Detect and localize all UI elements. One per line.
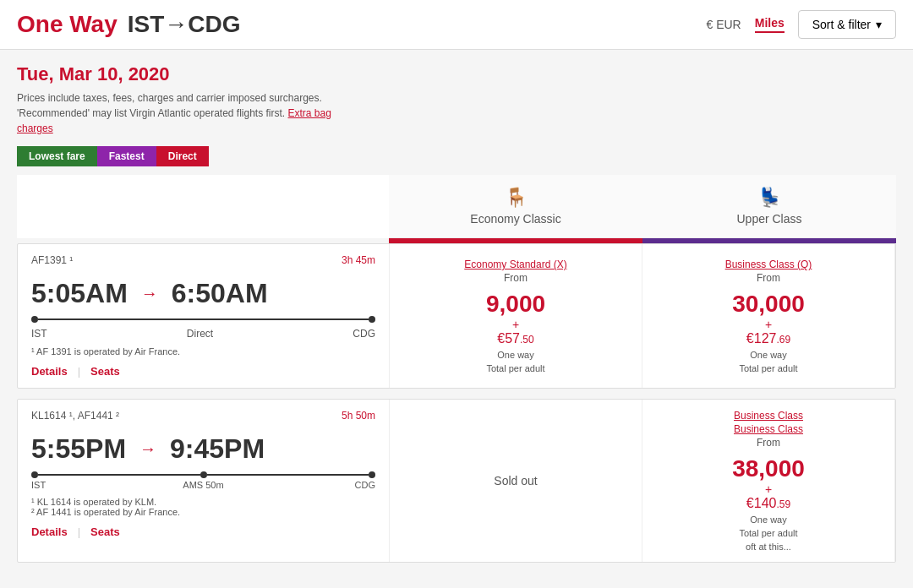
upper-class-column-header: 💺 Upper Class — [642, 175, 896, 238]
flight-2-business-note2: Total per adult — [739, 528, 797, 538]
flight-2-arrive: 9:45PM — [170, 433, 265, 465]
header-right: € EUR Miles Sort & filter ▾ — [707, 10, 897, 39]
flight-1-links: Details | Seats — [31, 365, 375, 378]
flight-2-duration: 5h 50m — [342, 410, 375, 427]
flight-2-times: 5:55PM → 9:45PM — [31, 433, 375, 465]
route-mid-dot — [200, 471, 207, 478]
flight-2-number: KL1614 ¹, AF1441 ² — [31, 410, 119, 422]
flight-1-times: 5:05AM → 6:50AM — [31, 278, 375, 309]
disclaimer-text: Prices include taxes, fees, charges and … — [17, 90, 338, 136]
economy-class-label: Economy Classic — [397, 212, 634, 226]
route-label: IST→CDG — [128, 11, 241, 38]
flight-1-number: AF1391 ¹ — [31, 254, 73, 266]
route-dot-end — [369, 316, 375, 323]
flight-2-business-class-link-1[interactable]: Business Class — [734, 410, 803, 422]
flight-1-arrive: 6:50AM — [172, 278, 268, 309]
flight-2-economy-sold-out: Sold out — [390, 400, 642, 562]
flight-1-business-price: Business Class (Q) From 30,000 + €127.69… — [642, 244, 895, 388]
flight-1-economy-price: Economy Standard (X) From 9,000 + €57.50… — [390, 244, 642, 388]
chevron-down-icon: ▾ — [876, 18, 882, 31]
column-headers-row: 🪑 Economy Classic 💺 Upper Class — [17, 175, 896, 238]
filter-tabs: Lowest fare Fastest Direct — [17, 146, 254, 166]
flight-1-details-link[interactable]: Details — [31, 365, 68, 378]
flight-1-economy-from: From — [504, 272, 528, 284]
flight-2-depart: 5:55PM — [31, 433, 126, 465]
flight-1-business-note2: Total per adult — [739, 363, 797, 373]
flight-1-business-class-link[interactable]: Business Class (Q) — [725, 259, 812, 270]
flight-2-destination: CDG — [355, 480, 375, 490]
flight-2-route-labels: IST AMS 50m CDG — [31, 480, 375, 490]
upper-class-label: Upper Class — [651, 212, 888, 226]
flight-1-origin: IST — [31, 328, 47, 340]
currency-miles[interactable]: Miles — [755, 16, 785, 33]
page-title: One Way — [17, 11, 118, 38]
currency-eur[interactable]: € EUR — [707, 18, 741, 31]
main-content: Tue, Mar 10, 2020 Prices include taxes, … — [0, 50, 913, 586]
sold-out-label: Sold out — [494, 474, 537, 487]
flight-1-duration: 3h 45m — [342, 254, 375, 271]
upper-class-icon: 💺 — [651, 187, 888, 209]
flight-1-business-note1: One way — [750, 350, 786, 360]
flight-1-info: AF1391 ¹ 3h 45m 5:05AM → 6:50AM IST Dire… — [18, 244, 390, 388]
filter-tab-direct[interactable]: Direct — [156, 146, 209, 166]
date-section: Tue, Mar 10, 2020 Prices include taxes, … — [17, 63, 896, 136]
flight-1-depart: 5:05AM — [31, 278, 128, 309]
flight-2-stop-label: AMS 50m — [183, 480, 223, 490]
flight-1-business-miles: 30,000 — [732, 291, 805, 318]
business-color-bar — [642, 238, 896, 243]
flight-1-route-labels: IST Direct CDG — [31, 328, 375, 340]
flight-row-1: AF1391 ¹ 3h 45m 5:05AM → 6:50AM IST Dire… — [17, 243, 896, 389]
flight-1-economy-class-link[interactable]: Economy Standard (X) — [464, 259, 566, 270]
flight-1-stop: Direct — [187, 328, 213, 340]
arrow-icon: → — [141, 284, 158, 303]
flight-2-business-eur: €140.59 — [746, 496, 790, 511]
route-seg-1 — [38, 474, 200, 476]
sort-filter-label: Sort & filter — [812, 18, 871, 31]
route-dot-end-2 — [369, 471, 375, 478]
date-title: Tue, Mar 10, 2020 — [17, 63, 896, 85]
flight-1-route-line — [31, 316, 375, 323]
flight-2-route-line — [31, 471, 375, 478]
empty-header-cell — [17, 175, 389, 238]
flight-2-business-price: Business Class Business Class From 38,00… — [642, 400, 895, 562]
route-seg-2 — [207, 474, 369, 476]
flight-2-business-class-link-2[interactable]: Business Class — [734, 423, 803, 435]
arrow-icon-2: → — [139, 439, 156, 459]
flight-1-economy-miles: 9,000 — [486, 291, 545, 318]
flight-2-business-note1: One way — [750, 514, 786, 525]
flight-2-business-plus: + — [765, 482, 772, 496]
flight-2-operated: ¹ KL 1614 is operated by KLM. ² AF 1441 … — [31, 497, 375, 517]
flight-2-details-link[interactable]: Details — [31, 525, 68, 538]
flight-1-destination: CDG — [353, 328, 375, 340]
route-segment — [38, 318, 369, 320]
flight-2-links: Details | Seats — [31, 525, 375, 538]
filter-tab-lowest[interactable]: Lowest fare — [17, 146, 97, 166]
economy-color-bar — [389, 238, 642, 243]
flight-1-business-plus: + — [765, 318, 772, 331]
flight-1-economy-eur: €57.50 — [497, 331, 533, 346]
filter-tab-fastest[interactable]: Fastest — [97, 146, 156, 166]
color-bars-row — [17, 238, 896, 243]
sort-filter-button[interactable]: Sort & filter ▾ — [798, 10, 896, 39]
flight-1-economy-note2: Total per adult — [486, 363, 544, 373]
flight-1-business-eur: €127.69 — [746, 331, 790, 346]
route-dot-start-2 — [31, 471, 38, 478]
flight-2-origin: IST — [31, 480, 46, 490]
flight-row-2: KL1614 ¹, AF1441 ² 5h 50m 5:55PM → 9:45P… — [17, 399, 896, 563]
flight-1-business-from: From — [757, 272, 780, 284]
economy-column-header: 🪑 Economy Classic — [389, 175, 642, 238]
economy-icon: 🪑 — [397, 187, 634, 209]
page-header: One Way IST→CDG € EUR Miles Sort & filte… — [0, 0, 913, 50]
flight-2-route: IST AMS 50m CDG — [31, 471, 375, 490]
empty-color-bar — [17, 238, 389, 243]
flight-1-economy-plus: + — [512, 318, 519, 331]
route-dot-start — [31, 316, 38, 323]
flight-2-info: KL1614 ¹, AF1441 ² 5h 50m 5:55PM → 9:45P… — [18, 400, 390, 562]
flight-2-seats-link[interactable]: Seats — [90, 525, 120, 538]
flight-2-business-from: From — [757, 437, 780, 449]
header-left: One Way IST→CDG — [17, 11, 241, 38]
flight-1-economy-note1: One way — [497, 350, 533, 360]
flight-1-seats-link[interactable]: Seats — [90, 365, 120, 378]
flight-1-operated: ¹ AF 1391 is operated by Air France. — [31, 346, 375, 357]
flight-2-business-note3: oft at this... — [746, 542, 791, 552]
